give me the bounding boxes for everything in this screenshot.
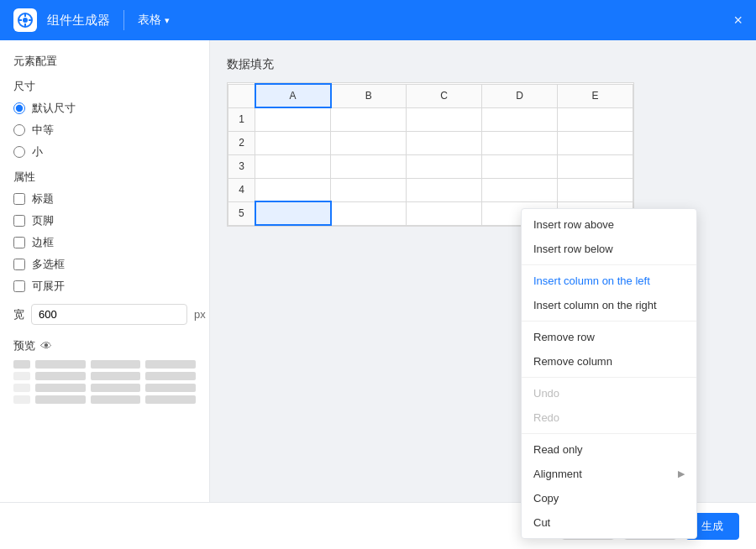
- cell-4b[interactable]: [331, 178, 407, 201]
- radio-item-small[interactable]: 小: [13, 144, 196, 159]
- menu-separator-1: [522, 264, 696, 265]
- checkbox-item-border[interactable]: 边框: [13, 235, 196, 250]
- preview-cell: [35, 395, 86, 404]
- checkbox-item-footer[interactable]: 页脚: [13, 213, 196, 228]
- menu-remove-col-label: Remove column: [533, 355, 612, 368]
- radio-item-default[interactable]: 默认尺寸: [13, 101, 196, 116]
- menu-insert-col-right[interactable]: Insert column on the right: [522, 293, 696, 317]
- section-title-config: 元素配置: [13, 54, 196, 69]
- cell-4a[interactable]: [255, 178, 331, 201]
- preview-cell: [13, 372, 30, 380]
- preview-cell: [91, 395, 141, 404]
- cell-1d[interactable]: [482, 107, 558, 131]
- preview-row-1: [13, 360, 196, 369]
- cell-3e[interactable]: [558, 154, 633, 178]
- left-panel: 元素配置 尺寸 默认尺寸 中等 小 属性 标题 页脚: [0, 40, 210, 502]
- radio-medium[interactable]: [13, 124, 25, 136]
- props-section-title: 属性: [13, 170, 196, 185]
- checkbox-item-multiselect[interactable]: 多选框: [13, 257, 196, 272]
- preview-cell: [91, 360, 141, 369]
- main-layout: 元素配置 尺寸 默认尺寸 中等 小 属性 标题 页脚: [0, 40, 756, 502]
- cell-2b[interactable]: [331, 131, 407, 154]
- close-button[interactable]: ×: [733, 12, 743, 29]
- checkbox-expand-label: 可展开: [32, 279, 65, 294]
- cell-2c[interactable]: [407, 131, 482, 154]
- width-label: 宽: [13, 307, 24, 322]
- checkbox-title[interactable]: [13, 193, 25, 205]
- checkbox-item-expand[interactable]: 可展开: [13, 279, 196, 294]
- cell-3c[interactable]: [407, 154, 482, 178]
- cell-3a[interactable]: [255, 154, 331, 178]
- cell-1c[interactable]: [407, 107, 482, 131]
- menu-remove-row[interactable]: Remove row: [522, 325, 696, 349]
- radio-small[interactable]: [13, 146, 25, 158]
- checkbox-multiselect[interactable]: [13, 259, 25, 270]
- preview-table-mock: [13, 360, 196, 404]
- right-panel: 数据填充 A B C D E 1: [210, 40, 756, 502]
- row-num-3: 3: [228, 154, 255, 178]
- menu-insert-row-below-label: Insert row below: [533, 243, 613, 255]
- table-row: 4: [228, 178, 633, 201]
- header-col-d[interactable]: D: [482, 84, 558, 107]
- header-col-c[interactable]: C: [407, 84, 482, 107]
- menu-undo: Undo: [522, 381, 696, 405]
- data-table: A B C D E 1: [228, 83, 633, 226]
- cell-5a[interactable]: [255, 201, 331, 225]
- context-menu: Insert row above Insert row below Insert…: [521, 208, 697, 539]
- menu-insert-row-above[interactable]: Insert row above: [522, 212, 696, 237]
- row-num-2: 2: [228, 131, 255, 154]
- header-row-num: [228, 84, 255, 107]
- table-row: 1: [228, 107, 633, 131]
- checkbox-multiselect-label: 多选框: [32, 257, 65, 272]
- size-radio-group: 默认尺寸 中等 小: [13, 101, 196, 159]
- cell-5c[interactable]: [407, 201, 482, 225]
- radio-default-label: 默认尺寸: [32, 101, 76, 116]
- menu-insert-col-left[interactable]: Insert column on the left: [522, 269, 696, 293]
- preview-row-4: [13, 395, 196, 404]
- menu-read-only[interactable]: Read only: [522, 437, 696, 462]
- cell-4c[interactable]: [407, 178, 482, 201]
- radio-item-medium[interactable]: 中等: [13, 123, 196, 138]
- preview-cell: [91, 384, 141, 392]
- menu-insert-row-below[interactable]: Insert row below: [522, 237, 696, 261]
- table-row: 3: [228, 154, 633, 178]
- menu-insert-col-left-label: Insert column on the left: [533, 274, 650, 287]
- cell-2e[interactable]: [558, 131, 633, 154]
- menu-alignment-label: Alignment: [533, 468, 582, 480]
- radio-default[interactable]: [13, 102, 25, 114]
- width-input[interactable]: [31, 304, 187, 325]
- cell-5b[interactable]: [331, 201, 407, 225]
- menu-remove-row-label: Remove row: [533, 331, 595, 343]
- width-unit: px: [194, 308, 206, 321]
- menu-alignment[interactable]: Alignment ▶: [522, 462, 696, 486]
- title-bar: 组件生成器 表格 ▾ ×: [0, 0, 756, 40]
- tab-table[interactable]: 表格 ▾: [138, 13, 170, 28]
- header-col-a[interactable]: A: [255, 84, 331, 107]
- checkbox-border[interactable]: [13, 237, 25, 248]
- cell-1a[interactable]: [255, 107, 331, 131]
- header-col-b[interactable]: B: [331, 84, 407, 107]
- checkbox-footer[interactable]: [13, 215, 25, 227]
- cell-3b[interactable]: [331, 154, 407, 178]
- app-name: 组件生成器: [47, 13, 110, 29]
- cell-4d[interactable]: [482, 178, 558, 201]
- width-row: 宽 px: [13, 304, 196, 325]
- header-col-e[interactable]: E: [558, 84, 633, 107]
- menu-cut-label: Cut: [533, 516, 550, 529]
- menu-cut[interactable]: Cut: [522, 510, 696, 535]
- cell-1b[interactable]: [331, 107, 407, 131]
- preview-cell: [35, 372, 86, 380]
- cell-2a[interactable]: [255, 131, 331, 154]
- preview-row-2: [13, 372, 196, 380]
- menu-copy[interactable]: Copy: [522, 486, 696, 510]
- checkbox-item-title[interactable]: 标题: [13, 191, 196, 207]
- checkbox-expand[interactable]: [13, 280, 25, 292]
- cell-2d[interactable]: [482, 131, 558, 154]
- preview-row-3: [13, 384, 196, 392]
- preview-cell: [145, 372, 196, 380]
- menu-remove-col[interactable]: Remove column: [522, 349, 696, 374]
- app-logo: [13, 8, 37, 32]
- cell-1e[interactable]: [558, 107, 633, 131]
- cell-3d[interactable]: [482, 154, 558, 178]
- cell-4e[interactable]: [558, 178, 633, 201]
